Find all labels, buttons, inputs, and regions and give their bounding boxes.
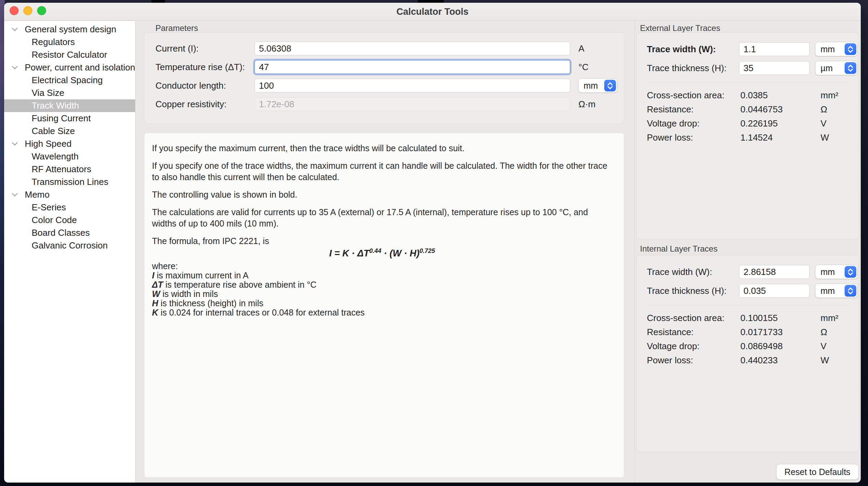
reset-to-defaults-button[interactable]: Reset to Defaults — [776, 464, 859, 480]
external-trace-thickness-input[interactable] — [739, 61, 810, 75]
sidebar-item-resistor-calculator[interactable]: Resistor Calculator — [4, 48, 135, 61]
chevron-down-icon[interactable] — [12, 142, 22, 146]
legend-line: H is thickness (height) in mils — [152, 299, 612, 308]
copper-resistivity-label: Copper resistivity: — [155, 99, 254, 110]
ipc2221-formula: I = K · ΔT0.44 · (W · H)0.725 — [152, 247, 612, 259]
internal-result-row: Cross-section area:0.100155mm² — [647, 311, 859, 325]
copper-resistivity-unit: Ω·m — [578, 99, 596, 110]
chevron-down-icon[interactable] — [12, 66, 22, 70]
sidebar-item-memo[interactable]: Memo — [4, 188, 135, 201]
current-input[interactable] — [254, 42, 570, 55]
title-bar[interactable]: Calculator Tools — [4, 3, 861, 21]
sidebar-item-track-width[interactable]: Track Width — [4, 99, 135, 112]
help-text-panel: If you specify the maximum current, then… — [144, 133, 624, 478]
sidebar-item-label: Fusing Current — [32, 113, 91, 124]
external-trace-thickness-unit-dropdown[interactable]: µm — [815, 61, 857, 75]
sidebar-item-board-classes[interactable]: Board Classes — [4, 227, 135, 239]
help-paragraph: The controlling value is shown in bold. — [152, 189, 612, 200]
stepper-icon — [604, 80, 616, 91]
internal-trace-thickness-input[interactable] — [739, 284, 810, 298]
internal-trace-width-label: Trace width (W): — [647, 267, 739, 277]
sidebar-item-cable-size[interactable]: Cable Size — [4, 125, 135, 137]
conductor-length-input[interactable] — [254, 79, 570, 92]
conductor-length-unit: mm — [584, 81, 598, 91]
divider — [647, 305, 849, 306]
chevron-down-icon[interactable] — [12, 27, 22, 32]
sidebar-item-label: Memo — [25, 189, 50, 200]
external-layer-traces-groupbox: Trace width (W): mm Trace thickness (H):… — [636, 32, 859, 239]
current-row: Current (I): A — [155, 42, 616, 55]
external-trace-width-input[interactable] — [739, 42, 810, 56]
legend-line: ΔT is temperature rise above ambient in … — [152, 280, 612, 289]
internal-trace-width-unit-dropdown[interactable]: mm — [815, 265, 857, 279]
temperature-rise-label: Temperature rise (ΔT): — [155, 62, 254, 73]
where-label: where: — [152, 262, 612, 271]
stepper-icon — [845, 43, 856, 55]
calculator-tree-sidebar[interactable]: General system design Regulators Resisto… — [4, 21, 135, 483]
sidebar-item-label: General system design — [25, 24, 116, 35]
internal-result-row: Resistance:0.0171733Ω — [647, 325, 859, 339]
internal-trace-thickness-row: Trace thickness (H): mm — [647, 284, 859, 298]
help-paragraph: The calculations are valid for currents … — [152, 207, 612, 229]
stepper-icon — [845, 266, 856, 278]
sidebar-item-label: Transmission Lines — [32, 177, 108, 187]
formula-legend: where: I is maximum current in A ΔT is t… — [152, 262, 612, 317]
temperature-rise-input[interactable] — [254, 60, 570, 74]
calculator-tools-window: Calculator Tools General system design R… — [4, 3, 861, 483]
divider — [647, 82, 849, 83]
close-button[interactable] — [10, 6, 19, 15]
sidebar-item-label: Via Size — [32, 88, 64, 98]
conductor-length-unit-dropdown[interactable]: mm — [578, 79, 617, 92]
current-label: Current (I): — [155, 43, 254, 54]
sidebar-item-label: Resistor Calculator — [32, 49, 107, 60]
external-trace-thickness-label: Trace thickness (H): — [647, 63, 739, 74]
sidebar-item-transmission-lines[interactable]: Transmission Lines — [4, 176, 135, 188]
sidebar-item-color-code[interactable]: Color Code — [4, 214, 135, 227]
sidebar-item-via-size[interactable]: Via Size — [4, 87, 135, 99]
conductor-length-label: Conductor length: — [155, 80, 254, 91]
external-trace-width-unit-dropdown[interactable]: mm — [815, 42, 857, 56]
sidebar-item-label: Wavelength — [32, 151, 78, 162]
sidebar-item-e-series[interactable]: E-Series — [4, 201, 135, 214]
sidebar-item-power-current-and-isolation[interactable]: Power, current and isolation — [4, 61, 135, 74]
formula-intro: The formula, from IPC 2221, is — [152, 235, 612, 247]
external-result-row: Cross-section area:0.0385mm² — [647, 88, 859, 102]
internal-trace-width-row: Trace width (W): mm — [647, 265, 859, 279]
help-paragraph: If you specify one of the trace widths, … — [152, 160, 612, 183]
temperature-rise-row: Temperature rise (ΔT): °C — [155, 60, 616, 74]
sidebar-item-electrical-spacing[interactable]: Electrical Spacing — [4, 74, 135, 87]
internal-layer-traces-label: Internal Layer Traces — [640, 244, 717, 254]
sidebar-item-label: Electrical Spacing — [32, 75, 103, 86]
sidebar-item-wavelength[interactable]: Wavelength — [4, 150, 135, 163]
legend-line: K is 0.024 for internal traces or 0.048 … — [152, 308, 612, 317]
chevron-down-icon[interactable] — [12, 193, 22, 197]
parameters-groupbox: Current (I): A Temperature rise (ΔT): °C… — [144, 32, 624, 124]
sidebar-item-galvanic-corrosion[interactable]: Galvanic Corrosion — [4, 239, 135, 252]
zoom-button[interactable] — [37, 6, 46, 15]
window-title: Calculator Tools — [4, 3, 861, 21]
sidebar-item-rf-attenuators[interactable]: RF Attenuators — [4, 163, 135, 176]
traffic-lights — [10, 6, 46, 15]
sidebar-item-general-system-design[interactable]: General system design — [4, 23, 135, 36]
external-trace-thickness-row: Trace thickness (H): µm — [647, 61, 859, 75]
help-paragraph: If you specify the maximum current, then… — [152, 143, 612, 154]
external-result-row: Resistance:0.0446753Ω — [647, 102, 859, 117]
internal-trace-width-input[interactable] — [739, 265, 810, 279]
external-result-row: Power loss:1.14524W — [647, 131, 859, 145]
internal-result-row: Voltage drop:0.0869498V — [647, 339, 859, 353]
external-result-row: Voltage drop:0.226195V — [647, 117, 859, 131]
sidebar-item-high-speed[interactable]: High Speed — [4, 137, 135, 150]
sidebar-item-label: Galvanic Corrosion — [32, 240, 108, 251]
panel-divider — [634, 21, 635, 483]
copper-resistivity-row: Copper resistivity: Ω·m — [155, 97, 616, 111]
minimize-button[interactable] — [23, 6, 32, 15]
conductor-length-row: Conductor length: mm — [155, 79, 616, 92]
internal-trace-thickness-unit-dropdown[interactable]: mm — [815, 284, 857, 298]
sidebar-item-fusing-current[interactable]: Fusing Current — [4, 112, 135, 125]
sidebar-item-label: Power, current and isolation — [25, 62, 135, 73]
sidebar-item-regulators[interactable]: Regulators — [4, 36, 135, 48]
temperature-rise-unit: °C — [578, 62, 588, 73]
sidebar-item-label: Color Code — [32, 215, 77, 225]
sidebar-item-label: Regulators — [32, 37, 75, 47]
internal-result-row: Power loss:0.440233W — [647, 353, 859, 367]
